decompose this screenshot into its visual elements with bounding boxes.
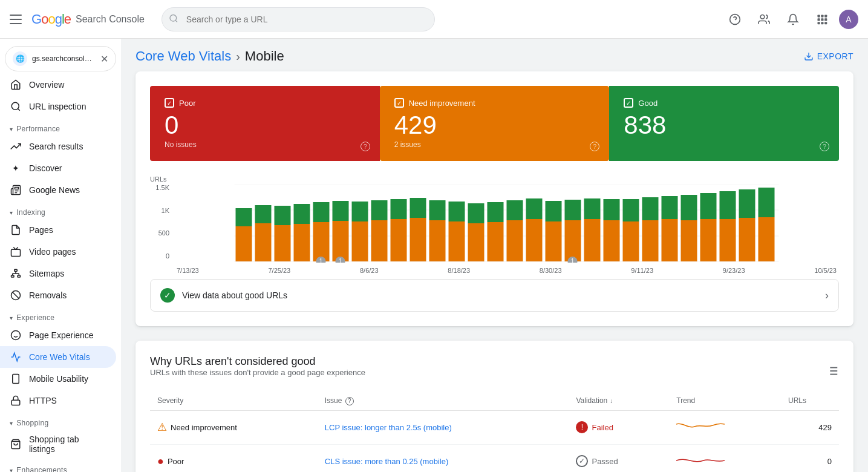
validation-text: Passed xyxy=(592,457,618,466)
sidebar-sitemaps-label: Sitemaps xyxy=(29,269,64,278)
topbar-logo[interactable]: Google Search Console xyxy=(31,11,145,27)
breadcrumb-parent[interactable]: Core Web Vitals xyxy=(135,48,231,64)
user-avatar[interactable]: A xyxy=(839,10,858,29)
issue-cell[interactable]: LCP issue: longer than 2.5s (mobile) xyxy=(318,410,569,444)
good-check-icon: ✓ xyxy=(624,98,633,108)
status-chart-card: ✓ Poor 0 No issues ? ✓ Need improvement … xyxy=(135,71,853,326)
sidebar: 🌐 gs.searchconsole.co... ✕ Overview URL … xyxy=(0,39,121,472)
sidebar-item-discover[interactable]: ✦ Discover xyxy=(0,157,116,179)
sidebar-item-overview[interactable]: Overview xyxy=(0,74,116,96)
svg-rect-63 xyxy=(488,202,504,222)
need-help-icon[interactable]: ? xyxy=(590,142,599,151)
sidebar-vitals-label: Core Web Vitals xyxy=(29,352,90,362)
svg-rect-83 xyxy=(681,195,697,220)
home-icon xyxy=(10,79,22,91)
sitemap-icon xyxy=(10,267,22,280)
sidebar-item-video-pages[interactable]: Video pages xyxy=(0,241,116,263)
logo-text: Search Console xyxy=(76,14,145,25)
svg-rect-49 xyxy=(352,202,368,221)
view-data-left: ✓ View data about good URLs xyxy=(160,288,287,303)
sidebar-item-google-news[interactable]: Google News xyxy=(0,179,116,201)
caret-icon: ▾ xyxy=(10,126,13,133)
svg-rect-48 xyxy=(352,221,368,261)
validation-text: Failed xyxy=(592,423,613,432)
mobile-icon xyxy=(10,373,22,385)
poor-help-icon[interactable]: ? xyxy=(361,142,370,151)
svg-rect-84 xyxy=(700,219,717,261)
pass-icon: ✓ xyxy=(576,455,588,467)
svg-rect-79 xyxy=(642,197,659,220)
svg-rect-6 xyxy=(824,15,827,17)
svg-point-3 xyxy=(760,15,765,19)
issues-title: Why URLs aren't considered good xyxy=(150,355,365,368)
shopping-icon xyxy=(10,438,22,450)
poor-value: 0 xyxy=(165,113,365,138)
sidebar-overview-label: Overview xyxy=(29,80,64,90)
sidebar-item-page-experience[interactable]: Page Experience xyxy=(0,324,116,346)
th-validation[interactable]: Validation ↓ xyxy=(569,392,669,410)
y-label-1.5k: 1.5K xyxy=(155,184,169,191)
svg-rect-4 xyxy=(818,15,820,17)
sidebar-item-core-web-vitals[interactable]: Core Web Vitals xyxy=(0,346,116,368)
view-data-link[interactable]: ✓ View data about good URLs › xyxy=(150,279,839,312)
issue-help-icon[interactable]: ? xyxy=(345,397,354,405)
svg-rect-80 xyxy=(662,219,678,261)
need-check-icon: ✓ xyxy=(394,98,404,108)
status-box-good: ✓ Good 838 ? xyxy=(609,86,839,161)
issue-cell[interactable]: CLS issue: more than 0.25 (mobile) xyxy=(318,444,569,472)
good-help-icon[interactable]: ? xyxy=(820,142,829,151)
svg-rect-37 xyxy=(236,208,252,226)
google-logo: Google xyxy=(31,11,71,27)
caret-shopping-icon: ▾ xyxy=(10,420,13,427)
sidebar-item-pages[interactable]: Pages xyxy=(0,219,116,241)
section-enhancements[interactable]: ▾ Enhancements xyxy=(0,459,121,472)
pages-icon xyxy=(10,224,22,236)
property-close-icon[interactable]: ✕ xyxy=(100,53,108,65)
filter-icon[interactable] xyxy=(826,364,839,381)
svg-rect-15 xyxy=(15,269,18,271)
svg-rect-50 xyxy=(371,220,388,261)
table-row[interactable]: ⚠Need improvementLCP issue: longer than … xyxy=(150,410,839,444)
export-button[interactable]: EXPORT xyxy=(804,51,853,61)
sidebar-mobile-label: Mobile Usability xyxy=(29,374,88,384)
sidebar-item-removals[interactable]: Removals xyxy=(0,284,116,306)
sidebar-https-label: HTTPS xyxy=(29,396,57,405)
svg-rect-53 xyxy=(391,199,407,219)
section-enhancements-label: Enhancements xyxy=(16,466,67,472)
svg-rect-58 xyxy=(449,221,465,261)
y-label-0: 0 xyxy=(166,252,169,260)
caret-enhancements-icon: ▾ xyxy=(10,467,13,473)
sidebar-item-url-inspection[interactable]: URL inspection xyxy=(0,96,116,117)
property-selector[interactable]: 🌐 gs.searchconsole.co... ✕ xyxy=(5,46,116,71)
svg-rect-5 xyxy=(821,15,823,17)
section-performance[interactable]: ▾ Performance xyxy=(0,117,121,136)
svg-rect-86 xyxy=(720,219,736,261)
search-input[interactable] xyxy=(162,7,435,31)
section-experience[interactable]: ▾ Experience xyxy=(0,306,121,324)
table-row[interactable]: ●PoorCLS issue: more than 0.25 (mobile)✓… xyxy=(150,444,839,472)
sidebar-item-https[interactable]: HTTPS xyxy=(0,390,116,411)
help-icon[interactable] xyxy=(723,7,747,31)
section-shopping[interactable]: ▾ Shopping xyxy=(0,411,121,430)
account-circle-icon[interactable] xyxy=(752,7,776,31)
section-performance-label: Performance xyxy=(16,125,60,133)
discover-icon: ✦ xyxy=(10,162,22,174)
sidebar-item-sitemaps[interactable]: Sitemaps xyxy=(0,263,116,284)
apps-icon[interactable] xyxy=(810,7,834,31)
section-indexing[interactable]: ▾ Indexing xyxy=(0,201,121,219)
svg-text:1: 1 xyxy=(339,258,342,263)
main-content: Core Web Vitals › Mobile EXPORT ✓ Poor 0 xyxy=(121,39,868,472)
sidebar-pages-label: Pages xyxy=(29,225,53,235)
x-label-6: 9/11/23 xyxy=(631,267,653,274)
notifications-icon[interactable] xyxy=(781,7,805,31)
sidebar-item-search-results[interactable]: Search results xyxy=(0,136,116,157)
search-bar xyxy=(162,7,435,31)
svg-rect-10 xyxy=(818,22,820,24)
sidebar-item-shopping-tab[interactable]: Shopping tab listings xyxy=(0,430,116,459)
sidebar-item-mobile-usability[interactable]: Mobile Usability xyxy=(0,368,116,390)
svg-rect-43 xyxy=(294,204,310,224)
svg-rect-11 xyxy=(821,22,823,24)
svg-rect-54 xyxy=(410,218,426,261)
menu-icon[interactable] xyxy=(10,12,24,27)
svg-rect-78 xyxy=(642,220,659,261)
